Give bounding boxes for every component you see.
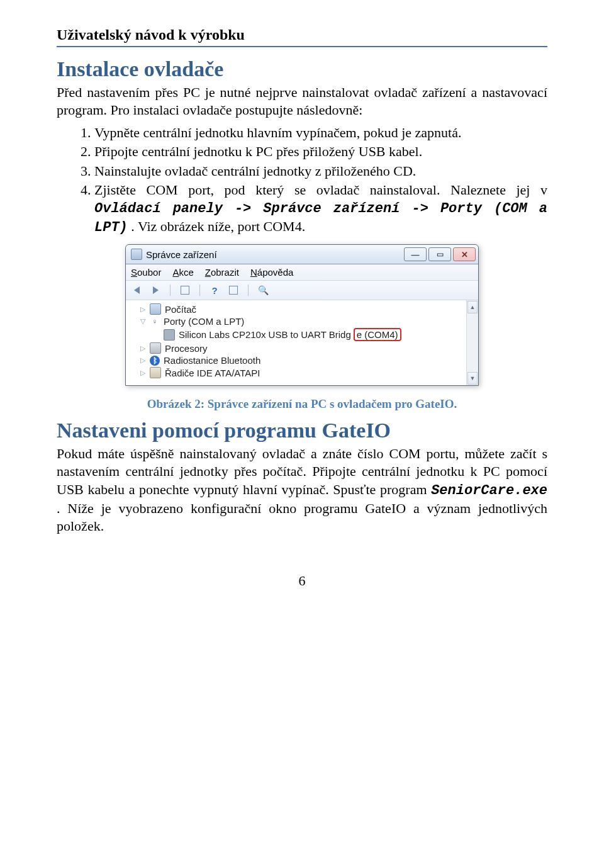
- menubar: Soubor Akce Zobrazit Nápověda: [126, 264, 478, 281]
- tree-node-bluetooth[interactable]: ▷ ᛒ Radiostanice Bluetooth: [140, 354, 476, 366]
- search-icon[interactable]: 🔍: [257, 285, 269, 296]
- computer-icon: [150, 303, 161, 315]
- scrollbar[interactable]: ▲ ▼: [466, 300, 478, 385]
- grid-icon[interactable]: [179, 285, 191, 296]
- device-tree: ▷ Počítač ▽ ♀ Porty (COM a LPT) Silicon …: [126, 300, 478, 385]
- tree-label: Počítač: [165, 304, 196, 315]
- cpu-icon: [150, 342, 161, 354]
- tree-label: Radiostanice Bluetooth: [164, 355, 260, 366]
- section-title-install: Instalace ovladače: [57, 57, 547, 81]
- expand-icon[interactable]: ▷: [140, 369, 146, 377]
- tree-node-ports[interactable]: ▽ ♀ Porty (COM a LPT): [140, 315, 476, 327]
- step-4: Zjistěte COM port, pod který se ovladač …: [94, 181, 547, 237]
- window-title: Správce zařízení: [146, 249, 404, 260]
- toolbar-separator: [248, 285, 249, 296]
- close-button[interactable]: ✕: [453, 247, 476, 261]
- gateio-paragraph: Pokud máte úspěšně nainstalovaný ovladač…: [57, 445, 547, 535]
- maximize-button[interactable]: ▭: [428, 247, 451, 261]
- step-4-lead: Zjistěte COM port, pod který se ovladač …: [94, 182, 547, 198]
- tree-node-usb-uart[interactable]: Silicon Labs CP210x USB to UART Bridge (…: [140, 327, 476, 342]
- section-title-gateio: Nastaveni pomocí programu GateIO: [57, 419, 547, 442]
- gateio-exe: SeniorCare.exe: [431, 483, 547, 499]
- step-3: Nainstalujte ovladač centrální jednotky …: [94, 162, 547, 180]
- scroll-down-button[interactable]: ▼: [467, 372, 478, 385]
- titlebar: Správce zařízení — ▭ ✕: [126, 245, 478, 264]
- scroll-up-button[interactable]: ▲: [467, 301, 478, 313]
- tree-label: Silicon Labs CP210x USB to UART Bridg: [179, 329, 351, 340]
- tree-node-cpu[interactable]: ▷ Procesory: [140, 342, 476, 354]
- drive-icon: [150, 367, 161, 378]
- tree-node-ide[interactable]: ▷ Řadiče IDE ATA/ATAPI: [140, 366, 476, 379]
- forward-icon[interactable]: [150, 285, 161, 296]
- expand-icon[interactable]: ▷: [140, 356, 146, 364]
- tree-label: Porty (COM a LPT): [164, 316, 244, 327]
- toolbar-separator: [170, 285, 171, 296]
- step-2: Připojte centrální jednotku k PC přes př…: [94, 143, 547, 161]
- com4-highlight: e (COM4): [354, 328, 401, 341]
- back-icon[interactable]: [131, 285, 142, 296]
- expand-icon[interactable]: ▷: [140, 305, 146, 313]
- menu-help[interactable]: Nápověda: [250, 267, 293, 278]
- help-icon[interactable]: ?: [209, 285, 220, 296]
- minimize-button[interactable]: —: [404, 247, 427, 261]
- expand-icon[interactable]: ▷: [140, 344, 146, 352]
- doc-header: Uživatelský návod k výrobku: [57, 26, 547, 47]
- tree-label: Řadiče IDE ATA/ATAPI: [165, 368, 260, 378]
- gateio-text-b: . Níže je vyobrazeno konfigurační okno p…: [57, 500, 547, 534]
- intro-paragraph: Před nastavením přes PC je nutné nejprve…: [57, 84, 547, 119]
- device-manager-window: Správce zařízení — ▭ ✕ Soubor Akce Zobra…: [125, 244, 479, 386]
- tree-node-pc[interactable]: ▷ Počítač: [140, 303, 476, 315]
- menu-file[interactable]: Soubor: [131, 267, 161, 278]
- chip-icon: [164, 329, 175, 341]
- expand-icon[interactable]: ▽: [140, 317, 146, 325]
- menu-action[interactable]: Akce: [172, 267, 193, 278]
- step-1: Vypněte centrální jednotku hlavním vypín…: [94, 124, 547, 142]
- tree-label: Procesory: [165, 343, 208, 354]
- toolbar-separator: [199, 285, 200, 296]
- port-icon: ♀: [150, 317, 160, 327]
- menu-view[interactable]: Zobrazit: [205, 267, 239, 278]
- figure-caption: Obrázek 2: Správce zařízení na PC s ovla…: [57, 397, 547, 411]
- toolbar: ? 🔍: [126, 281, 478, 300]
- grid2-icon[interactable]: [228, 285, 239, 296]
- bluetooth-icon: ᛒ: [150, 356, 160, 366]
- app-icon: [131, 249, 142, 260]
- page-number: 6: [57, 573, 547, 589]
- step-4-tail: . Viz obrázek níže, port COM4.: [131, 218, 305, 234]
